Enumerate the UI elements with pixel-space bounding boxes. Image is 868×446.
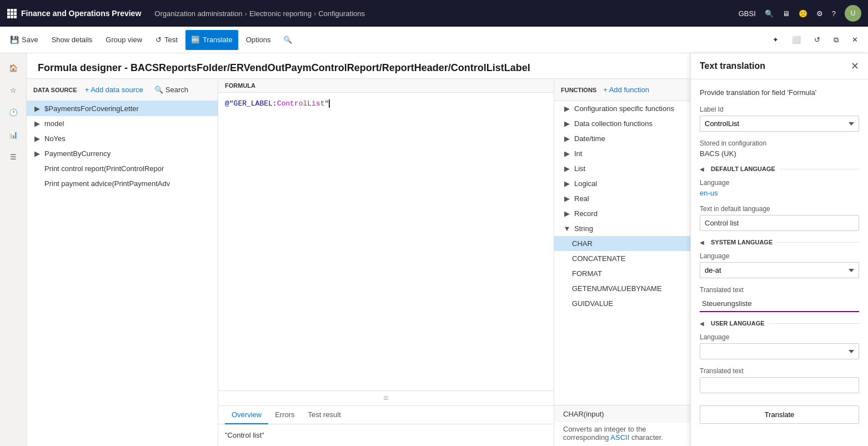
toolbar-search[interactable]: 🔍	[278, 33, 297, 47]
ds-item-noyes[interactable]: ▶ NoYes	[27, 131, 218, 146]
translate-button[interactable]: Translate	[700, 405, 859, 424]
sidebar-list-icon[interactable]: ☰	[3, 147, 23, 167]
options-button[interactable]: Options	[240, 30, 277, 50]
svg-rect-7	[11, 16, 13, 18]
search-data-source-button[interactable]: 🔍 Search	[151, 84, 192, 96]
user-avatar[interactable]: U	[845, 5, 861, 22]
app-grid-button[interactable]	[7, 8, 17, 18]
collapse-default-icon[interactable]: ◀	[700, 166, 704, 172]
fn-description: Converts an integer to the corresponding…	[554, 423, 690, 446]
fn-concatenate[interactable]: CONCATENATE	[554, 251, 690, 266]
chevron-right-icon: ▶	[33, 150, 41, 158]
chevron-right-icon: ▶	[33, 135, 41, 143]
tab-overview[interactable]: Overview	[225, 406, 268, 424]
fn-char[interactable]: CHAR	[554, 236, 690, 251]
group-view-button[interactable]: Group view	[100, 30, 148, 50]
chevron-right-icon: ▶	[563, 210, 571, 218]
chevron-right-icon: ▶	[563, 150, 571, 158]
fn-record[interactable]: ▶ Record	[554, 206, 690, 221]
sidebar-home-icon[interactable]: 🏠	[3, 58, 23, 78]
content-area: Formula designer - BACSReportsFolder/ERV…	[27, 53, 690, 446]
ds-item-model[interactable]: ▶ model	[27, 116, 218, 131]
tab-testresult[interactable]: Test result	[302, 406, 348, 424]
translate-button[interactable]: 🔤 Translate	[185, 30, 238, 50]
data-source-header: DATA SOURCE + Add data source 🔍 Search	[27, 79, 218, 101]
data-source-list: ▶ $PaymentsForCoveringLetter ▶ model ▶ N…	[27, 101, 218, 446]
fn-data-collection[interactable]: ▶ Data collection functions	[554, 116, 690, 131]
breadcrumb-org[interactable]: Organization administration	[154, 9, 242, 18]
sidebar-clock-icon[interactable]: 🕐	[3, 102, 23, 122]
fn-real[interactable]: ▶ Real	[554, 191, 690, 206]
main-toolbar: 💾 Save Show details Group view ↺ Test 🔤 …	[0, 27, 868, 53]
text-default-input[interactable]	[700, 215, 859, 231]
translate-icon: 🔤	[191, 36, 200, 44]
right-panel-header: Text translation ✕	[691, 53, 868, 79]
formula-panel: FORMULA @"GER_LABEL:ControlList" = Overv…	[218, 79, 554, 446]
app-title: Finance and Operations Preview	[21, 9, 141, 18]
notifications-icon[interactable]: 🖥	[782, 9, 790, 18]
formula-editor[interactable]: @"GER_LABEL:ControlList"	[218, 93, 554, 391]
toolbar-view-icon[interactable]: ✦	[767, 30, 784, 50]
fn-int[interactable]: ▶ Int	[554, 146, 690, 161]
system-translated-input[interactable]	[700, 296, 859, 312]
collapse-user-icon[interactable]: ◀	[700, 320, 704, 327]
svg-rect-6	[7, 16, 10, 18]
search-icon[interactable]: 🔍	[765, 9, 774, 18]
smiley-icon[interactable]: 🙂	[799, 9, 807, 18]
settings-icon[interactable]: ⚙	[816, 9, 823, 18]
fn-list[interactable]: ▶ List	[554, 161, 690, 176]
user-language-select[interactable]	[700, 343, 859, 359]
text-default-label: Text in default language	[700, 205, 859, 213]
add-function-button[interactable]: + Add function	[600, 84, 653, 96]
toolbar-right: ✦ ⬜ ↺ ⧉ ✕	[767, 30, 864, 50]
close-right-panel-button[interactable]: ✕	[851, 60, 859, 72]
fn-format[interactable]: FORMAT	[554, 266, 690, 281]
breadcrumb-configs[interactable]: Configurations	[318, 9, 365, 18]
sidebar-chart-icon[interactable]: 📊	[3, 124, 23, 144]
svg-rect-1	[11, 9, 13, 12]
fn-datetime[interactable]: ▶ Date/time	[554, 131, 690, 146]
right-panel-title: Text translation	[700, 61, 765, 71]
data-source-panel: DATA SOURCE + Add data source 🔍 Search ▶…	[27, 79, 218, 446]
page-title: Formula designer - BACSReportsFolder/ERV…	[38, 62, 679, 74]
user-lang-divider: ◀ USER LANGUAGE	[700, 320, 859, 327]
user-translated-input[interactable]	[700, 377, 859, 393]
show-details-button[interactable]: Show details	[46, 30, 98, 50]
right-panel-body: Provide translation for field 'Formula' …	[691, 79, 868, 433]
ds-item-printadvice[interactable]: Print payment advice(PrintPaymentAdv	[27, 176, 218, 191]
bottom-content: "Control list"	[218, 424, 554, 446]
sidebar-star-icon[interactable]: ☆	[3, 80, 23, 100]
default-language-group: Language en-us	[700, 179, 859, 197]
label-id-select[interactable]: ControlList	[700, 116, 859, 132]
save-button[interactable]: 💾 Save	[4, 30, 44, 50]
ds-item-paymentbycurrency[interactable]: ▶ PaymentByCurrency	[27, 146, 218, 161]
fn-config-specific[interactable]: ▶ Configuration specific functions	[554, 101, 690, 116]
chevron-right-icon: ▶	[563, 120, 571, 128]
test-icon: ↺	[155, 36, 162, 44]
default-lang-divider: ◀ DEFAULT LANGUAGE	[700, 166, 859, 172]
add-data-source-button[interactable]: + Add data source	[82, 84, 147, 96]
fn-getenumvaluebyname[interactable]: GETENUMVALUEBYNAME	[554, 281, 690, 296]
ascii-link[interactable]: ASCII	[610, 433, 629, 442]
save-icon: 💾	[10, 36, 19, 44]
fn-string[interactable]: ▼ String	[554, 221, 690, 236]
help-icon[interactable]: ?	[832, 9, 836, 18]
toolbar-refresh-icon[interactable]: ↺	[809, 30, 826, 50]
main-container: 🏠 ☆ 🕐 📊 ☰ Formula designer - BACSReports…	[0, 53, 868, 446]
toolbar-expand-icon[interactable]: ⬜	[786, 30, 806, 50]
breadcrumb-er[interactable]: Electronic reporting	[249, 9, 312, 18]
fn-guidvalue[interactable]: GUIDVALUE	[554, 296, 690, 311]
collapse-system-icon[interactable]: ◀	[700, 239, 704, 245]
ds-item-payments[interactable]: ▶ $PaymentsForCoveringLetter	[27, 101, 218, 116]
ds-item-printcontrol[interactable]: Print control report(PrintControlRepor	[27, 161, 218, 176]
toolbar-close-icon[interactable]: ✕	[846, 30, 864, 50]
svg-rect-2	[14, 9, 17, 12]
tab-errors[interactable]: Errors	[268, 406, 301, 424]
fn-logical[interactable]: ▶ Logical	[554, 176, 690, 191]
toolbar-detach-icon[interactable]: ⧉	[828, 30, 844, 50]
functions-label: FUNCTIONS	[561, 87, 596, 93]
svg-rect-5	[14, 12, 17, 15]
system-language-select[interactable]: de-at	[700, 262, 859, 278]
test-button[interactable]: ↺ Test	[150, 30, 183, 50]
user-lang-section-label: USER LANGUAGE	[711, 320, 765, 327]
